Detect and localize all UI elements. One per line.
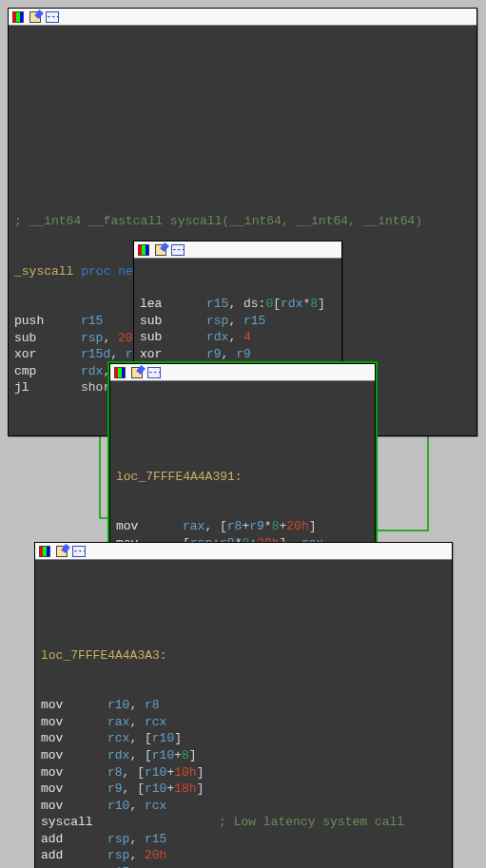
num-red: 20h: [286, 519, 308, 533]
punct: [: [273, 297, 281, 311]
reg: r10: [145, 765, 166, 780]
graph-icon[interactable]: [170, 242, 185, 258]
asm-line: movrax, [r8+r9*8+20h]: [116, 518, 369, 535]
mnemonic: sub: [14, 330, 81, 347]
punct: ,: [110, 347, 126, 361]
mnemonic: jl: [14, 379, 81, 396]
reg: rdx: [206, 330, 228, 344]
punct: , [: [129, 731, 151, 745]
block-label: loc_7FFFE4A4A3A3:: [41, 648, 167, 663]
color-picker-icon[interactable]: [112, 365, 127, 380]
reg: rsp: [81, 331, 103, 345]
punct: ,: [129, 848, 145, 862]
color-picker-icon[interactable]: [136, 242, 151, 258]
reg: rdx: [281, 297, 302, 311]
asm-line: popr15: [41, 864, 446, 868]
reg: rcx: [145, 715, 166, 729]
mnemonic: mov: [41, 730, 107, 747]
reg: rsp: [107, 848, 129, 862]
reg: r10: [107, 698, 129, 712]
mnemonic: lea: [140, 296, 206, 313]
punct: *: [264, 519, 272, 533]
mnemonic: mov: [41, 714, 107, 731]
asm-line: xorr9, r9: [140, 346, 336, 363]
reg: rsp: [107, 832, 129, 846]
reg: r9: [236, 347, 251, 361]
mnemonic: cmp: [14, 363, 81, 380]
reg: rdx: [107, 748, 129, 762]
reg: r10: [152, 731, 174, 745]
reg: rax: [107, 715, 129, 729]
asm-line: movrax, rcx: [41, 714, 446, 731]
mnemonic: sub: [140, 313, 206, 330]
asm-line: subrdx, 4: [140, 329, 336, 346]
color-picker-icon[interactable]: [10, 10, 26, 25]
num-red: 18h: [174, 781, 196, 796]
mnemonic: pop: [41, 864, 107, 868]
edit-icon[interactable]: [28, 10, 43, 25]
punct: ,: [129, 832, 145, 846]
asm-line: addrsp, 20h: [41, 847, 446, 864]
reg: r8: [227, 519, 243, 533]
graph-icon[interactable]: [71, 544, 87, 559]
block-titlebar: [134, 241, 341, 259]
block-syscall-exit[interactable]: loc_7FFFE4A4A3A3: movr10, r8movrax, rcxm…: [34, 542, 453, 868]
num-red: 10h: [174, 765, 196, 780]
graph-icon[interactable]: [45, 10, 60, 25]
mnemonic: xor: [14, 346, 81, 363]
reg: r15d: [81, 347, 110, 361]
punct: ,: [129, 715, 145, 729]
reg: rax: [183, 519, 204, 533]
punct: ,: [129, 799, 145, 813]
asm-line: movrdx, [r10+8]: [41, 747, 446, 764]
edit-icon[interactable]: [129, 365, 145, 380]
proc-signature-comment: ; __int64 __fastcall syscall(__int64, __…: [14, 214, 422, 228]
punct: , [: [129, 748, 151, 762]
reg: r9: [249, 519, 264, 533]
reg: r10: [107, 799, 129, 813]
mnemonic: syscall: [41, 814, 107, 831]
mnemonic: mov: [41, 798, 107, 815]
reg: rcx: [145, 799, 166, 813]
asm-line: movr10, rcx: [41, 798, 446, 815]
reg: r8: [145, 698, 160, 712]
reg: r15: [145, 832, 166, 846]
proc-name: _syscall: [14, 264, 73, 279]
mnemonic: sub: [140, 329, 206, 346]
mnemonic: mov: [41, 697, 107, 714]
reg: r9: [107, 781, 123, 796]
punct: , [: [204, 519, 226, 533]
mnemonic: push: [14, 313, 81, 330]
block-code: loc_7FFFE4A4A3A3: movr10, r8movrax, rcxm…: [35, 560, 452, 868]
block-titlebar: [35, 543, 452, 560]
punct: , [: [123, 781, 145, 796]
color-picker-icon[interactable]: [37, 544, 52, 559]
punct: ]: [189, 748, 197, 762]
punct: +: [174, 748, 182, 762]
punct: ]: [197, 765, 204, 780]
reg: r15: [81, 314, 103, 328]
punct: ,: [228, 314, 243, 328]
punct: ,: [103, 331, 118, 345]
punct: , [: [123, 765, 145, 780]
edit-icon[interactable]: [153, 242, 168, 258]
asm-line: lear15, ds:0[rdx*8]: [140, 296, 336, 313]
asm-line: addrsp, r15: [41, 831, 446, 848]
block-titlebar: [9, 9, 476, 26]
mnemonic: mov: [41, 781, 107, 798]
inline-comment: ; Low latency system call: [219, 815, 404, 829]
punct: ]: [309, 519, 317, 533]
reg: rsp: [206, 314, 228, 328]
graph-icon[interactable]: [146, 365, 162, 380]
mnemonic: xor: [140, 346, 206, 363]
mnemonic: mov: [41, 747, 107, 764]
edit-icon[interactable]: [54, 544, 69, 559]
num: 8: [310, 297, 318, 311]
punct: ,: [129, 698, 145, 712]
asm-line: movr8, [r10+10h]: [41, 764, 446, 781]
reg: r15: [206, 297, 228, 311]
mnemonic: mov: [116, 518, 183, 535]
mnemonic: add: [41, 847, 107, 864]
punct: ]: [197, 781, 204, 796]
reg: r15: [243, 314, 265, 328]
